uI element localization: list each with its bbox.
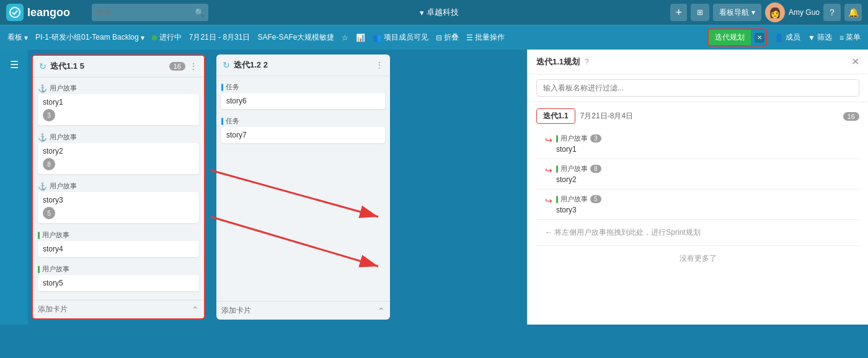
menu-label[interactable]: ≡ 菜单 — [839, 32, 861, 43]
sidebar-hamburger-icon[interactable]: ☰ — [10, 59, 19, 71]
column-1-add-card[interactable]: 添加卡片 ⌃ — [33, 300, 204, 318]
iteration-plan-section: 迭代规划 ✕ — [707, 28, 767, 46]
fold-label[interactable]: ⊟ 折叠 — [436, 32, 459, 43]
top-nav: leangoo 🔍 ▾ 卓越科技 + ⊞ 看板导航 ▾ 👩 Amy Guo ? … — [0, 0, 868, 25]
card-group-story4: 用户故事 story4 — [38, 228, 199, 257]
columns-container: ↻ 迭代1.1 5 16 ⋮ ⚓ 用户故事 story1 3 — [28, 50, 527, 325]
card-type-label-5: 用户故事 — [38, 262, 199, 275]
panel-card-title-2: story2 — [556, 175, 851, 184]
panel-card-type-3: 用户故事 5 — [556, 194, 851, 204]
search-input[interactable] — [92, 4, 208, 21]
panel-card-content-1: 用户故事 3 story1 — [556, 134, 851, 154]
chevron-up-icon-2: ⌃ — [378, 306, 385, 316]
card-type-label-1: ⚓ 用户故事 — [38, 81, 199, 94]
no-more-label: 没有更多了 — [536, 246, 859, 271]
panel-type-bar-2 — [556, 165, 558, 173]
card-story4[interactable]: story4 — [38, 241, 199, 257]
column-1-body: ⚓ 用户故事 story1 3 ⚓ 用户故事 story2 — [33, 77, 204, 300]
search-icon-btn[interactable]: 🔍 — [195, 8, 205, 17]
panel-help-icon[interactable]: ? — [585, 58, 589, 66]
card-type-label-3: ⚓ 用户故事 — [38, 179, 199, 192]
members-visible-label[interactable]: 👥 项目成员可见 — [373, 32, 428, 43]
anchor-icon-1: ⚓ — [38, 84, 47, 93]
bell-button[interactable]: 🔔 — [844, 4, 862, 21]
framework-label[interactable]: SAFe-SAFe大规模敏捷 — [257, 32, 334, 43]
date-range: 7月21日 - 8月31日 — [189, 32, 250, 43]
col-divider-2 — [394, 50, 397, 325]
card-group-story7: 任务 story7 — [221, 114, 385, 143]
panel-search-input[interactable] — [536, 79, 859, 97]
panel-search — [528, 74, 868, 102]
help-button[interactable]: ? — [823, 4, 841, 21]
members-icon: 👥 — [373, 33, 382, 42]
logo-text: leangoo — [27, 6, 70, 19]
chart-icon[interactable]: 📊 — [356, 33, 365, 42]
logo-area: leangoo — [6, 4, 87, 21]
members-nav[interactable]: 👤 成员 — [774, 32, 800, 43]
column-iteration-1-2: ↻ 迭代1.2 2 ⋮ 任务 story6 — [216, 55, 390, 320]
chevron-down-icon4: ▾ — [141, 33, 144, 42]
column-2-header: ↻ 迭代1.2 2 ⋮ — [216, 55, 390, 76]
panel-card-story1[interactable]: ↪ 用户故事 3 story1 — [536, 129, 859, 159]
sprint-name-badge: 迭代1.1 — [536, 108, 575, 124]
anchor-icon-3: ⚓ — [38, 182, 47, 191]
panel-card-story3[interactable]: ↪ 用户故事 5 story3 — [536, 190, 859, 220]
column-2-menu-icon[interactable]: ⋮ — [375, 60, 384, 70]
filter-label[interactable]: ▼ 筛选 — [808, 32, 832, 43]
panel-card-arrow-3: ↪ — [545, 196, 552, 206]
col-divider-1 — [209, 50, 213, 325]
logo-icon — [6, 4, 24, 21]
type-bar-green-1 — [38, 232, 40, 239]
column-1-menu-icon[interactable]: ⋮ — [189, 61, 198, 71]
menu-icon: ≡ — [839, 33, 844, 42]
card-story3[interactable]: story3 5 — [38, 192, 199, 223]
star-icon[interactable]: ☆ — [342, 33, 348, 42]
type-bar-green-2 — [38, 266, 40, 273]
panel-card-type-2: 用户故事 8 — [556, 164, 851, 173]
panel-badge-2: 8 — [590, 165, 601, 173]
panel-card-arrow-1: ↪ — [545, 135, 552, 145]
card-story7[interactable]: story7 — [221, 127, 385, 143]
grid-icon-btn[interactable]: ⊞ — [691, 4, 709, 21]
user-name-button[interactable]: Amy Guo — [789, 8, 820, 17]
panel-card-type-1: 用户故事 3 — [556, 134, 851, 143]
board-nav-item[interactable]: 看板 ▾ — [7, 32, 28, 43]
left-sidebar: ☰ — [0, 50, 28, 325]
board-nav-button[interactable]: 看板导航 ▾ — [713, 4, 761, 21]
board-nav-label: 看板导航 — [719, 7, 749, 18]
card-story6[interactable]: story6 — [221, 93, 385, 109]
panel-title: 迭代1.1规划 — [536, 56, 580, 68]
sprint-count: 16 — [843, 112, 859, 121]
card-story2[interactable]: story2 8 — [38, 143, 199, 174]
column-2-add-card[interactable]: 添加卡片 ⌃ — [216, 301, 390, 320]
panel-type-bar-3 — [556, 196, 558, 203]
panel-badge-3: 5 — [590, 195, 601, 203]
filter-icon: ▼ — [808, 33, 815, 42]
panel-header: 迭代1.1规划 ? ✕ — [528, 50, 868, 74]
iteration-plan-button[interactable]: 迭代规划 — [709, 30, 751, 45]
sprint-dates: 7月21日-8月4日 — [580, 111, 633, 121]
card-story5[interactable]: story5 — [38, 275, 199, 291]
card-group-story2: ⚓ 用户故事 story2 8 — [38, 130, 199, 174]
iteration-plan-close-button[interactable]: ✕ — [755, 33, 764, 43]
card-story1[interactable]: story1 3 — [38, 94, 199, 125]
batch-label[interactable]: ☰ 批量操作 — [466, 32, 505, 43]
panel-card-story2[interactable]: ↪ 用户故事 8 story2 — [536, 159, 859, 190]
avatar[interactable]: 👩 — [765, 2, 785, 22]
card-group-story3: ⚓ 用户故事 story3 5 — [38, 179, 199, 223]
status-badge: 进行中 — [152, 32, 182, 43]
org-name[interactable]: ▾ 卓越科技 — [213, 7, 665, 18]
type-bar-blue-2 — [221, 118, 223, 125]
panel-badge-1: 3 — [590, 134, 601, 142]
project-name-item[interactable]: PI-1-研发小组01-Team Backlog ▾ — [35, 32, 144, 43]
card-group-story5: 用户故事 story5 — [38, 262, 199, 291]
search-wrapper: 🔍 — [92, 4, 208, 21]
column-2-body: 任务 story6 任务 story7 — [216, 76, 390, 301]
refresh-icon-2: ↻ — [223, 60, 230, 70]
column-2-title: 迭代1.2 2 — [234, 59, 371, 71]
add-button[interactable]: + — [670, 4, 687, 21]
card-type-label-2: ⚓ 用户故事 — [38, 130, 199, 143]
panel-card-arrow-2: ↪ — [545, 165, 552, 175]
panel-close-button[interactable]: ✕ — [851, 56, 859, 68]
refresh-icon: ↻ — [39, 61, 46, 71]
